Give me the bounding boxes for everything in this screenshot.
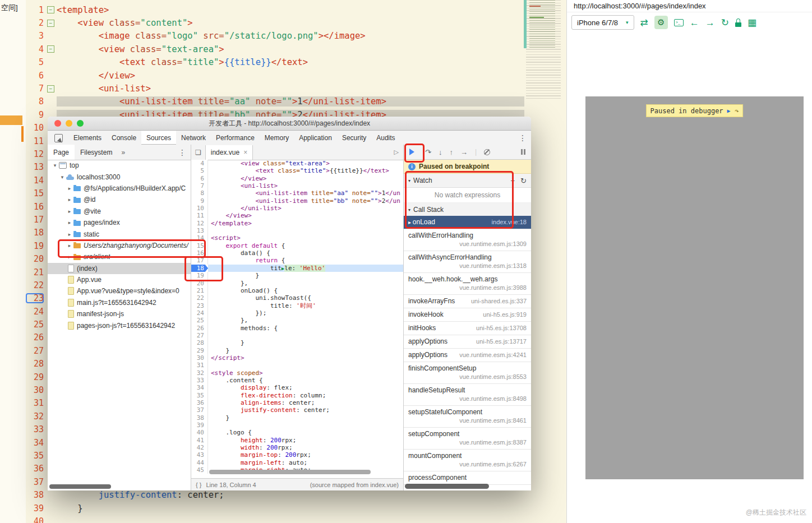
grid-icon[interactable]: ▦ <box>748 18 756 27</box>
navigator-options-icon[interactable]: ⋮ <box>178 148 186 157</box>
callstack-scrollbar[interactable] <box>405 484 489 489</box>
tree-item-users-zhangzhanyong-documents-[interactable]: ▸Users/zhangzhanyong/Documents/ <box>48 240 191 251</box>
code-text[interactable]: flex-direction: column; <box>208 392 403 399</box>
line-number[interactable]: 28 <box>191 339 208 346</box>
code-text[interactable]: title: '时间' <box>208 302 403 309</box>
call-stack-frame[interactable]: mountComponentvue.runtime.esm.js:6267 <box>404 450 531 471</box>
line-number[interactable]: 17 <box>191 257 208 264</box>
hbx-line-number[interactable]: 34 <box>26 438 44 448</box>
devtools-tab-network[interactable]: Network <box>176 131 211 145</box>
tab-filesystem[interactable]: Filesystem <box>75 145 118 160</box>
hbx-line-number[interactable]: 27 <box>26 346 44 356</box>
code-text[interactable]: height: 200rpx; <box>208 437 403 444</box>
line-number[interactable]: 13 <box>191 227 208 234</box>
hbx-line-number[interactable]: 22 <box>26 280 44 290</box>
step-over-icon[interactable]: ↷ <box>735 107 739 115</box>
close-tab-icon[interactable]: × <box>243 149 247 156</box>
hbx-line-number[interactable]: 12 <box>26 149 44 159</box>
hbx-line-number[interactable]: 1 <box>26 5 44 15</box>
toggle-navigator-icon[interactable]: ❏ <box>191 149 205 156</box>
code-text[interactable]: <uni-list-item title="aa" note="">1</un <box>208 189 403 197</box>
devtools-tab-security[interactable]: Security <box>337 131 371 145</box>
code-text[interactable]: export default { <box>208 242 403 249</box>
more-options-icon[interactable]: ⋮ <box>519 133 527 142</box>
pause-on-exceptions-icon[interactable] <box>521 149 525 155</box>
tree-item-app-vue-vue-type-style-index-0[interactable]: App.vue?vue&type=style&index=0 <box>48 285 191 297</box>
hbx-line-number[interactable]: 13 <box>26 162 44 172</box>
line-number[interactable]: 37 <box>191 406 208 414</box>
callstack-section-header[interactable]: ▾ Call Stack <box>404 203 531 217</box>
line-number[interactable]: 23 <box>191 302 208 309</box>
pretty-print-icon[interactable]: { } <box>196 482 201 488</box>
line-number[interactable]: 9 <box>191 197 208 205</box>
code-text[interactable]: }); <box>208 309 403 317</box>
tree-item-main-js-t-1655631642942[interactable]: main.js?t=1655631642942 <box>48 297 191 308</box>
line-number[interactable]: 19 <box>191 272 208 279</box>
hbx-line-number[interactable]: 25 <box>26 320 44 330</box>
chevron-down-icon[interactable]: ▾ <box>59 174 65 180</box>
more-editor-tabs-icon[interactable]: ▷ <box>394 149 399 156</box>
hbx-line-number[interactable]: 10 <box>26 123 44 133</box>
hbx-line-number[interactable]: 33 <box>26 424 44 434</box>
code-text[interactable]: align-items: center; <box>208 399 403 406</box>
devtools-tab-sources[interactable]: Sources <box>141 131 176 145</box>
code-text[interactable]: }, <box>208 280 403 287</box>
hbx-line-number[interactable]: 9 <box>26 110 44 120</box>
hbx-line-number[interactable]: 21 <box>26 267 44 277</box>
step-into-icon[interactable]: ↓ <box>439 148 442 156</box>
hbx-line-number[interactable]: 26 <box>26 332 44 343</box>
chevron-right-icon[interactable]: ▸ <box>67 186 72 191</box>
code-text[interactable]: uni.showToast({ <box>208 294 403 302</box>
call-stack-frame[interactable]: onLoadindex.vue:18 <box>404 216 531 229</box>
hbx-line-number[interactable]: 31 <box>26 398 44 408</box>
hbx-line-number[interactable]: 3 <box>26 31 44 41</box>
add-watch-icon[interactable]: + <box>511 177 515 185</box>
line-number[interactable]: 36 <box>191 399 208 406</box>
hbx-line-number[interactable]: 15 <box>26 188 44 198</box>
code-text[interactable]: }, <box>208 317 403 324</box>
hbx-line-number[interactable]: 29 <box>26 372 44 382</box>
call-stack-frame[interactable]: callWithErrorHandlingvue.runtime.esm.js:… <box>404 229 531 251</box>
hbx-line-number[interactable]: 18 <box>26 228 44 238</box>
devtools-tab-elements[interactable]: Elements <box>68 131 107 145</box>
code-text[interactable]: } <box>208 414 403 422</box>
fold-icon[interactable]: − <box>47 45 54 53</box>
code-text[interactable] <box>208 332 403 339</box>
hbx-line-number[interactable]: 37 <box>26 477 44 487</box>
hbx-line-number[interactable]: 32 <box>26 411 44 422</box>
fold-icon[interactable]: − <box>47 20 54 27</box>
hbx-line-number[interactable]: 7 <box>26 84 44 94</box>
code-text[interactable]: margin-top: 200rpx; <box>208 451 403 459</box>
call-stack-frame[interactable]: processComponent <box>404 471 531 485</box>
code-text[interactable]: methods: { <box>208 325 403 332</box>
code-text[interactable]: </script> <box>208 354 403 362</box>
line-number[interactable]: 12 <box>191 220 208 227</box>
line-number[interactable]: 31 <box>191 362 208 369</box>
line-number[interactable]: 45 <box>191 466 208 474</box>
hbx-line-number[interactable]: 5 <box>26 57 44 67</box>
code-text[interactable]: justify-content: center; <box>208 406 403 414</box>
call-stack-frame[interactable]: finishComponentSetupvue.runtime.esm.js:8… <box>404 362 531 384</box>
line-number[interactable]: 16 <box>191 249 208 257</box>
code-text[interactable]: display: flex; <box>208 384 403 391</box>
breakpoint-line-number[interactable]: 18 <box>191 265 208 272</box>
tree-item--index-[interactable]: (index) <box>48 263 191 274</box>
watch-section-header[interactable]: ▾ Watch + ↻ <box>404 174 531 188</box>
hbx-line-number[interactable]: 17 <box>26 215 44 225</box>
code-text[interactable]: <script> <box>208 234 403 242</box>
step-out-icon[interactable]: ↑ <box>449 148 453 156</box>
line-number[interactable]: 33 <box>191 377 208 384</box>
line-number[interactable]: 25 <box>191 317 208 324</box>
line-number[interactable]: 15 <box>191 242 208 249</box>
code-text[interactable]: onLoad() { <box>208 287 403 294</box>
resume-script-icon[interactable] <box>409 149 418 155</box>
code-text[interactable]: margin-left: auto; <box>208 459 403 466</box>
line-number[interactable]: 39 <box>191 422 208 429</box>
code-text[interactable]: </uni-list> <box>208 205 403 212</box>
navigator-horizontal-scrollbar[interactable] <box>49 484 111 489</box>
hbx-line-number[interactable]: 35 <box>26 451 44 461</box>
tree-item--fs-applications-hbuilderx-app[interactable]: ▸@fs/Applications/HBuilderX.app/C <box>48 183 191 194</box>
code-text[interactable]: </view> <box>208 175 403 182</box>
reload-icon[interactable]: ↻ <box>721 18 729 27</box>
resume-script-icon[interactable]: ▶ <box>727 108 731 114</box>
